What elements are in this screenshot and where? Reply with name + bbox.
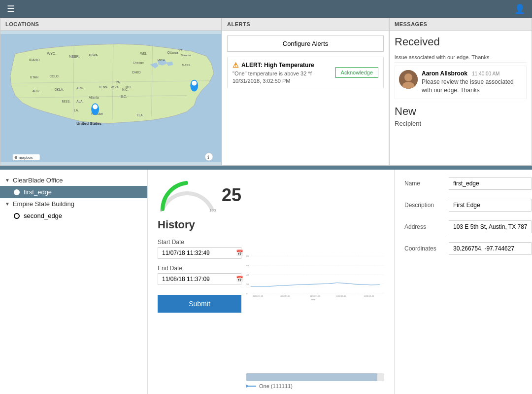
end-date-wrapper[interactable]: 📅	[158, 273, 241, 285]
svg-text:ARIZ.: ARIZ.	[33, 89, 41, 93]
svg-text:VT.: VT.	[178, 49, 183, 52]
message-time: 11:40:00 AM	[472, 71, 499, 76]
map-container: IDAHO WYO. NEBR. IOWA OHIO MICH. WIS. Ch…	[0, 31, 221, 165]
svg-text:S.C.: S.C.	[121, 95, 127, 99]
tree-item-second-edge[interactable]: second_edge	[0, 210, 147, 222]
chart-wrapper: 80 60 40 20 0 11/08 11:	[246, 223, 384, 372]
alert-title-text: ALERT: High Temperature	[241, 62, 314, 69]
message-text: Please review the issue associated with …	[422, 78, 522, 95]
svg-point-39	[93, 104, 98, 109]
svg-text:11/08 11:36: 11/08 11:36	[364, 295, 374, 297]
message-item: Aaron Allsbrook 11:40:00 AM Please revie…	[395, 66, 527, 99]
svg-text:Chicago: Chicago	[133, 61, 144, 64]
svg-text:OKLA.: OKLA.	[55, 88, 64, 91]
svg-marker-66	[246, 385, 249, 388]
coordinates-input[interactable]	[449, 242, 532, 255]
menu-icon[interactable]: ☰	[7, 3, 15, 14]
avatar	[399, 70, 418, 89]
svg-text:0: 0	[160, 208, 163, 212]
tree-group-empire[interactable]: ▼ Empire State Building	[0, 198, 147, 210]
svg-text:11/08 11:36: 11/08 11:36	[336, 295, 347, 297]
svg-text:Ottawa: Ottawa	[167, 51, 178, 54]
svg-text:40: 40	[246, 274, 249, 276]
history-form: History Start Date 📅 End Date 📅 Submit	[148, 218, 246, 389]
alert-detail-2: 10/31/2018, 3:02:50 PM	[233, 78, 332, 84]
alerts-panel: ALERTS Configure Alerts ⚠ ALERT: High Te…	[222, 18, 389, 166]
tree-group-label-2: Empire State Building	[13, 200, 74, 208]
svg-text:Toronto: Toronto	[181, 54, 191, 57]
message-preview: issue associated with our edge. Thanks	[395, 52, 527, 63]
svg-text:LA.: LA.	[74, 108, 79, 112]
location-tree: ▼ ClearBlade Office first_edge ▼ Empire …	[0, 170, 148, 394]
messages-panel: MESSAGES Received issue associated with …	[389, 18, 532, 166]
svg-text:ARK.: ARK.	[76, 86, 84, 90]
svg-text:Atlanta: Atlanta	[89, 96, 99, 99]
coordinates-label: Coordinates	[404, 242, 444, 252]
tree-item-first-edge[interactable]: first_edge	[0, 186, 147, 198]
recipient-label: Recipient	[395, 120, 527, 127]
address-input[interactable]	[449, 220, 532, 233]
submit-button[interactable]: Submit	[158, 295, 241, 313]
scrollbar-thumb	[246, 373, 377, 381]
end-date-label: End Date	[158, 265, 236, 272]
svg-text:IDAHO: IDAHO	[29, 58, 40, 62]
alert-title: ⚠ ALERT: High Temperature	[233, 61, 332, 69]
svg-text:UTAH: UTAH	[30, 75, 38, 79]
received-title: Received	[395, 36, 527, 48]
svg-text:IOWA: IOWA	[89, 53, 98, 57]
gauge-svg: 0 100	[158, 177, 217, 212]
top-bar: ☰ 👤	[0, 0, 532, 18]
svg-text:11/08 11:35: 11/08 11:35	[253, 295, 264, 297]
svg-text:⊕ mapbox: ⊕ mapbox	[14, 155, 33, 160]
description-input[interactable]	[449, 199, 532, 212]
calendar-icon[interactable]: 📅	[236, 250, 243, 256]
alert-warning-icon: ⚠	[233, 61, 239, 69]
gauge-row: 0 100 25	[148, 170, 394, 214]
start-date-row: Start Date 📅	[158, 239, 236, 259]
acknowledge-button[interactable]: Acknowledge	[335, 67, 378, 78]
end-date-input[interactable]	[162, 276, 236, 283]
name-input[interactable]	[449, 177, 532, 190]
alert-info: ⚠ ALERT: High Temperature "One" temperat…	[233, 61, 332, 84]
chart-legend: One (111111)	[246, 383, 384, 389]
calendar-icon-2[interactable]: 📅	[236, 276, 243, 283]
description-row: Description	[404, 199, 522, 212]
configure-alerts-button[interactable]: Configure Alerts	[227, 36, 384, 52]
svg-text:PA.: PA.	[116, 80, 121, 84]
messages-header: MESSAGES	[390, 18, 532, 31]
tree-circle-icon-2	[14, 213, 20, 219]
start-date-label: Start Date	[158, 239, 236, 246]
svg-text:NEBR.: NEBR.	[69, 55, 79, 58]
alerts-header: ALERTS	[222, 18, 389, 31]
svg-text:100: 100	[209, 208, 216, 212]
address-label: Address	[404, 220, 444, 230]
svg-text:60: 60	[246, 264, 249, 267]
tree-group-label-1: ClearBlade Office	[13, 177, 63, 184]
svg-text:11/08 11:36: 11/08 11:36	[310, 295, 321, 297]
gauge-value: 25	[222, 185, 241, 206]
start-date-input[interactable]	[162, 250, 236, 256]
chart-scrollbar[interactable]	[246, 373, 384, 381]
properties-panel: Name Description Address Coordinates	[394, 170, 532, 394]
end-date-row: End Date 📅	[158, 265, 236, 285]
new-title: New	[395, 105, 527, 118]
chart-area: 80 60 40 20 0 11/08 11:	[246, 218, 394, 389]
svg-text:20: 20	[246, 283, 249, 286]
tree-arrow-icon: ▼	[5, 178, 10, 183]
svg-text:0: 0	[246, 292, 248, 295]
address-row: Address	[404, 220, 522, 233]
svg-text:Time: Time	[311, 298, 316, 301]
svg-point-45	[404, 73, 412, 81]
svg-text:N.C.: N.C.	[122, 88, 129, 91]
gauge-wrapper: 0 100	[158, 177, 217, 214]
svg-point-37	[192, 81, 197, 86]
svg-text:WYO.: WYO.	[47, 52, 57, 55]
user-icon[interactable]: 👤	[514, 3, 525, 14]
start-date-wrapper[interactable]: 📅	[158, 247, 241, 259]
alert-detail-1: "One" temperature is above 32 °f	[233, 71, 332, 76]
tree-group-clearblade[interactable]: ▼ ClearBlade Office	[0, 175, 147, 186]
upper-row: LOCATIONS IDAHO WYO. N	[0, 18, 532, 166]
history-title: History	[158, 218, 236, 231]
history-chart-row: History Start Date 📅 End Date 📅 Submit	[148, 214, 394, 394]
svg-text:MICH.: MICH.	[158, 59, 166, 62]
